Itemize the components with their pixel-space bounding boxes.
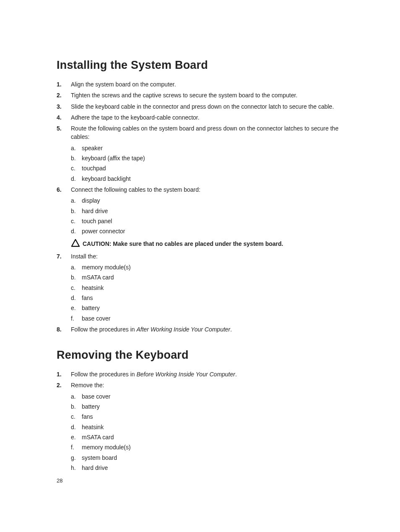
sub-item-text: fans xyxy=(82,295,93,301)
caution-callout: CAUTION: Make sure that no cables are pl… xyxy=(71,239,358,249)
list-item: 6. Connect the following cables to the s… xyxy=(57,185,358,250)
sub-item-text: mSATA card xyxy=(82,434,114,441)
list-item: e.mSATA card xyxy=(71,433,358,441)
list-item: b.keyboard (affix the tape) xyxy=(71,154,358,162)
remove-step-list: 1. Follow the procedures in Before Worki… xyxy=(57,370,358,472)
step-text: Remove the: xyxy=(71,382,104,389)
list-item: b.battery xyxy=(71,402,358,411)
sub-list: a.speaker b.keyboard (affix the tape) c.… xyxy=(71,144,358,183)
svg-marker-0 xyxy=(72,240,79,246)
step-text: Adhere the tape to the keyboard-cable co… xyxy=(71,114,200,121)
list-item: c.heatsink xyxy=(71,284,358,292)
list-item: a.memory module(s) xyxy=(71,263,358,271)
list-item: c.fans xyxy=(71,412,358,421)
step-text: Slide the keyboard cable in the connecto… xyxy=(71,103,334,110)
sub-item-text: memory module(s) xyxy=(82,444,131,451)
sub-item-text: touchpad xyxy=(82,165,106,172)
step-text: Install the: xyxy=(71,253,98,260)
step-text: Route the following cables on the system… xyxy=(71,125,338,140)
list-item: a.base cover xyxy=(71,392,358,401)
sub-item-text: display xyxy=(82,197,100,204)
list-item: 2.Tighten the screws and the captive scr… xyxy=(57,91,358,99)
sub-item-text: keyboard (affix the tape) xyxy=(82,155,145,162)
sub-item-text: power connector xyxy=(82,228,125,235)
sub-item-text: system board xyxy=(82,454,117,461)
list-item: f.base cover xyxy=(71,314,358,323)
list-item: 4.Adhere the tape to the keyboard-cable … xyxy=(57,113,358,122)
list-item: 1.Align the system board on the computer… xyxy=(57,80,358,89)
list-item: 2. Remove the: a.base cover b.battery c.… xyxy=(57,381,358,472)
step-text-prefix: Follow the procedures in xyxy=(71,326,136,333)
list-item: 7. Install the: a.memory module(s) b.mSA… xyxy=(57,252,358,323)
page-number: 28 xyxy=(57,477,62,484)
sub-item-text: mSATA card xyxy=(82,274,114,281)
warning-icon xyxy=(71,239,80,249)
list-item: d.fans xyxy=(71,294,358,302)
sub-item-text: memory module(s) xyxy=(82,264,131,271)
step-text: Tighten the screws and the captive screw… xyxy=(71,92,297,99)
sub-item-text: fans xyxy=(82,413,93,420)
install-step-list: 1.Align the system board on the computer… xyxy=(57,80,358,334)
step-text-suffix: . xyxy=(230,326,232,333)
sub-list: a.base cover b.battery c.fans d.heatsink… xyxy=(71,392,358,472)
list-item: h.hard drive xyxy=(71,464,358,472)
list-item: d.heatsink xyxy=(71,423,358,431)
list-item: d.keyboard backlight xyxy=(71,175,358,183)
list-item: f.memory module(s) xyxy=(71,443,358,451)
caution-text: CAUTION: Make sure that no cables are pl… xyxy=(83,239,283,248)
sub-item-text: touch panel xyxy=(82,218,112,224)
heading-removing-keyboard: Removing the Keyboard xyxy=(57,349,358,362)
list-item: b.hard drive xyxy=(71,207,358,215)
sub-item-text: heatsink xyxy=(82,424,104,430)
list-item: 8. Follow the procedures in After Workin… xyxy=(57,325,358,334)
step-text: Align the system board on the computer. xyxy=(71,81,176,88)
sub-item-text: hard drive xyxy=(82,464,108,471)
list-item: c.touch panel xyxy=(71,217,358,225)
sub-item-text: battery xyxy=(82,305,100,311)
page: Installing the System Board 1.Align the … xyxy=(0,0,400,532)
list-item: e.battery xyxy=(71,304,358,312)
sub-list: a.memory module(s) b.mSATA card c.heatsi… xyxy=(71,263,358,323)
sub-item-text: keyboard backlight xyxy=(82,175,131,182)
list-item: g.system board xyxy=(71,454,358,462)
sub-item-text: hard drive xyxy=(82,208,108,214)
step-text: Connect the following cables to the syst… xyxy=(71,186,200,193)
step-text-italic: After Working Inside Your Computer xyxy=(136,326,230,333)
sub-item-text: heatsink xyxy=(82,284,104,291)
list-item: a.speaker xyxy=(71,144,358,152)
list-item: 3.Slide the keyboard cable in the connec… xyxy=(57,102,358,111)
list-item: 5. Route the following cables on the sys… xyxy=(57,124,358,183)
list-item: d.power connector xyxy=(71,227,358,235)
step-text-suffix: . xyxy=(235,371,237,378)
step-text-prefix: Follow the procedures in xyxy=(71,371,136,378)
heading-installing-system-board: Installing the System Board xyxy=(57,59,358,72)
list-item: b.mSATA card xyxy=(71,273,358,282)
sub-item-text: battery xyxy=(82,403,100,410)
list-item: c.touchpad xyxy=(71,164,358,172)
sub-list: a.display b.hard drive c.touch panel d.p… xyxy=(71,196,358,235)
step-text-italic: Before Working Inside Your Computer xyxy=(136,371,235,378)
sub-item-text: speaker xyxy=(82,145,103,151)
sub-item-text: base cover xyxy=(82,315,110,322)
sub-item-text: base cover xyxy=(82,393,110,400)
list-item: 1. Follow the procedures in Before Worki… xyxy=(57,370,358,378)
list-item: a.display xyxy=(71,196,358,205)
